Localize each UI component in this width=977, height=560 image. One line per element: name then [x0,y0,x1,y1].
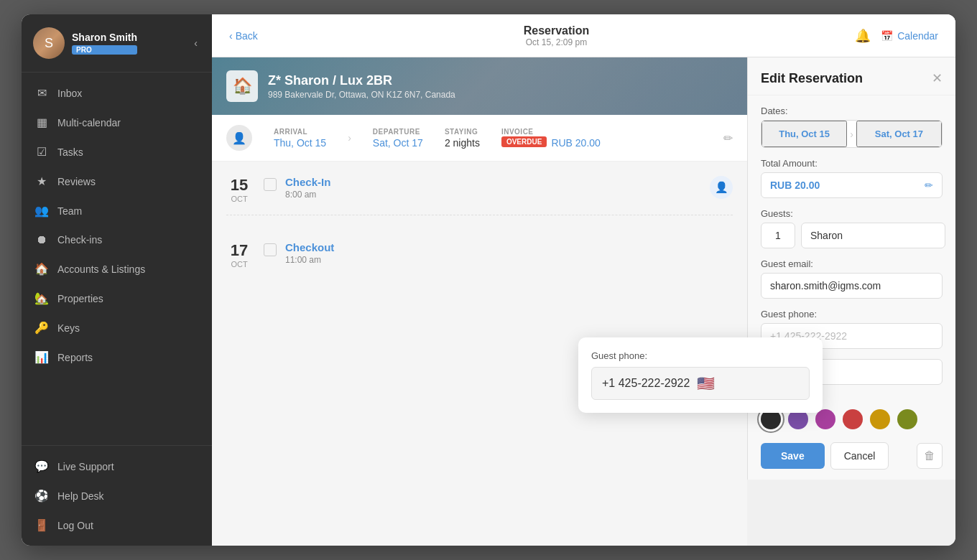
sidebar-item-help-desk[interactable]: ⚽ Help Desk [22,481,212,510]
event-checkbox-1[interactable] [264,178,277,191]
topbar-left: ‹ Back [229,30,258,42]
invoice-field: INVOICE OVERDUE RUB 20.00 [501,128,601,149]
calendar-label: Calendar [897,30,938,42]
collapse-button[interactable]: ‹ [191,34,200,52]
event-content-1: Check-In 8:00 am [285,176,701,200]
sidebar-item-log-out[interactable]: 🚪 Log Out [22,510,212,540]
invoice-label: INVOICE [501,128,601,136]
listing-address: 989 Bakervale Dr, Ottawa, ON K1Z 6N7, Ca… [268,90,455,100]
departure-value: Sat, Oct 17 [373,137,423,149]
check-ins-icon: ⏺ [34,233,49,246]
accounts-icon: 🏠 [34,262,49,276]
properties-icon: 🏡 [34,291,49,305]
guest-email-input[interactable] [761,273,943,299]
sidebar-item-live-support[interactable]: 💬 Live Support [22,452,212,481]
sidebar-item-multi-calendar[interactable]: ▦ Multi-calendar [22,108,212,137]
sidebar-nav: ✉ Inbox ▦ Multi-calendar ☑ Tasks ★ Revie… [22,73,212,445]
sidebar-item-tasks[interactable]: ☑ Tasks [22,137,212,167]
color-option-magenta[interactable] [815,409,835,429]
page-subtitle: Oct 15, 2:09 pm [524,37,590,47]
arrow-icon: › [348,132,351,144]
timeline-date-1: 15 OCT [226,176,252,203]
edit-reservation-icon[interactable]: ✏ [723,131,733,145]
color-option-red[interactable] [843,409,863,429]
guest-avatar-icon: 👤 [226,125,252,151]
event-time-2: 11:00 am [285,255,733,265]
guests-field: Guests: [761,208,943,248]
delete-button[interactable]: 🗑 [917,443,943,469]
sidebar-item-accounts-listings[interactable]: 🏠 Accounts & Listings [22,254,212,284]
listing-icon: 🏠 [226,70,258,102]
notification-bell-icon[interactable]: 🔔 [855,28,871,44]
guest-email-field: Guest email: [761,258,943,299]
sidebar-item-label: Team [57,205,82,217]
back-chevron-icon: ‹ [229,30,233,42]
edit-panel-title: Edit Reservation [761,71,863,86]
sidebar-header: S Sharon Smith PRO ‹ [22,14,212,73]
timeline-day-1: 15 OCT Check-In 8:00 am 👤 [212,162,747,203]
event-time-1: 8:00 am [285,190,701,200]
avatar: S [33,27,65,59]
sidebar-item-properties[interactable]: 🏡 Properties [22,284,212,313]
listing-info: Z* Sharon / Lux 2BR 989 Bakervale Dr, Ot… [268,73,455,100]
date-month-2: OCT [226,260,252,269]
departure-field: DEPARTURE Sat, Oct 17 [373,128,423,149]
edit-panel-body: Dates: Thu, Oct 15 › Sat, Oct 17 Total A… [748,95,955,480]
checkin-action-icon[interactable]: 👤 [710,176,733,199]
phone-popup-label: Guest phone: [591,350,810,361]
event-title-1: Check-In [285,176,701,188]
timeline-event-1: Check-In 8:00 am 👤 [264,176,733,203]
sidebar-item-team[interactable]: 👥 Team [22,196,212,225]
overdue-badge: OVERDUE [501,136,547,147]
sidebar-item-reports[interactable]: 📊 Reports [22,342,212,372]
sidebar-item-label: Accounts & Listings [57,263,145,275]
listing-header: 🏠 Z* Sharon / Lux 2BR 989 Bakervale Dr, … [212,57,747,115]
sidebar-item-label: Multi-calendar [57,117,121,129]
sidebar-item-reviews[interactable]: ★ Reviews [22,167,212,196]
total-amount-label: Total Amount: [761,158,943,169]
staying-label: STAYING [445,128,480,136]
listing-name: Z* Sharon / Lux 2BR [268,73,455,88]
back-button[interactable]: ‹ Back [229,30,258,42]
guests-count-input[interactable] [761,223,795,248]
cancel-button[interactable]: Cancel [830,442,889,470]
color-option-gold[interactable] [870,409,890,429]
page-title: Reservation [524,24,590,37]
arrival-field: ARRIVAL Thu, Oct 15 [274,128,326,149]
sidebar-item-label: Properties [57,293,103,304]
calendar-button[interactable]: 📅 Calendar [881,30,938,42]
guest-phone-label: Guest phone: [761,309,943,319]
inbox-icon: ✉ [34,86,49,100]
reservation-info-bar: 👤 ARRIVAL Thu, Oct 15 › DEPARTURE Sat, O… [212,115,747,162]
timeline-date-2: 17 OCT [226,241,252,269]
date-num-2: 17 [226,241,252,260]
sidebar-item-check-ins[interactable]: ⏺ Check-ins [22,225,212,254]
date-arrow-icon: › [847,129,856,140]
close-button[interactable]: ✕ [932,70,943,86]
topbar-center: Reservation Oct 15, 2:09 pm [524,24,590,47]
log-out-icon: 🚪 [34,518,49,532]
guests-row [761,223,943,248]
multi-calendar-icon: ▦ [34,116,49,129]
flag-icon: 🇺🇸 [697,375,715,392]
reviews-icon: ★ [34,174,49,188]
guest-email-label: Guest email: [761,258,943,269]
guests-name-input[interactable] [801,223,945,248]
sidebar-user: S Sharon Smith PRO [33,27,137,59]
date-from-button[interactable]: Thu, Oct 15 [761,121,847,147]
color-option-olive[interactable] [897,409,917,429]
edit-amount-icon[interactable]: ✏ [925,179,933,191]
total-amount-value: RUB 20.00 [770,179,925,191]
main-content: ‹ Back Reservation Oct 15, 2:09 pm 🔔 📅 C… [212,14,955,546]
sidebar-item-label: Reviews [57,176,96,187]
keys-icon: 🔑 [34,321,49,335]
topbar: ‹ Back Reservation Oct 15, 2:09 pm 🔔 📅 C… [212,14,955,57]
team-icon: 👥 [34,204,49,218]
event-checkbox-2[interactable] [264,243,277,256]
save-button[interactable]: Save [761,443,825,469]
guests-label: Guests: [761,208,943,219]
sidebar-item-keys[interactable]: 🔑 Keys [22,313,212,342]
sidebar-item-inbox[interactable]: ✉ Inbox [22,78,212,108]
event-title-2: Checkout [285,241,733,253]
date-to-button[interactable]: Sat, Oct 17 [856,121,942,147]
